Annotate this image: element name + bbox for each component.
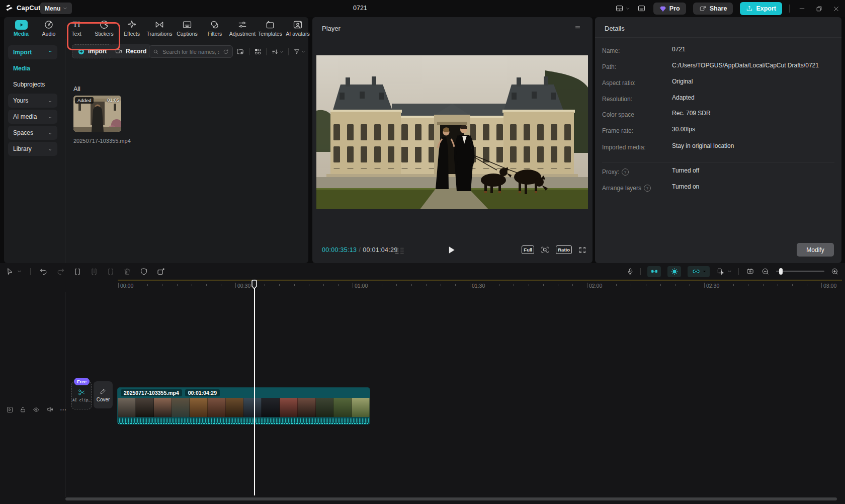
player-menu-icon[interactable] — [574, 25, 581, 31]
maximize-button[interactable] — [814, 6, 824, 12]
select-tool-icon[interactable] — [6, 268, 22, 276]
zoom-out-icon[interactable] — [762, 268, 770, 276]
split-icon[interactable] — [73, 268, 81, 276]
detail-row-path: Path: C:/Users/TOPGUS/AppData/Local/CapC… — [602, 62, 834, 72]
ratio-button[interactable]: Ratio — [556, 245, 572, 254]
lock-track-icon[interactable] — [20, 406, 26, 413]
tab-audio[interactable]: Audio — [37, 19, 61, 38]
share-button[interactable]: Share — [693, 3, 733, 15]
search-box[interactable] — [149, 45, 233, 58]
audio-tab-icon — [44, 20, 54, 30]
filmstrip-frame — [280, 398, 298, 417]
tab-label: Captions — [177, 31, 197, 37]
refresh-icon[interactable] — [223, 49, 229, 55]
tab-ai-avatars[interactable]: AI avatars — [286, 19, 310, 38]
track-more-icon[interactable]: ⋯ — [60, 406, 67, 413]
zoom-in-icon[interactable] — [831, 268, 839, 276]
export-button[interactable]: Export — [740, 2, 782, 15]
tab-media[interactable]: Media — [9, 19, 33, 38]
add-to-track-icon[interactable] — [156, 268, 165, 276]
click-select-icon[interactable] — [716, 268, 732, 275]
tab-adjustment[interactable]: Adjustment — [230, 19, 255, 38]
section-label: All — [73, 86, 80, 93]
search-input[interactable] — [161, 48, 220, 55]
mask-icon[interactable] — [140, 268, 148, 276]
layout-panels-icon[interactable] — [615, 5, 630, 13]
info-icon[interactable]: ? — [644, 185, 651, 192]
mute-track-icon[interactable] — [46, 406, 54, 413]
clip-name: 20250717-103355.mp4 — [121, 389, 182, 396]
cover-button[interactable]: Cover — [94, 381, 113, 408]
ai-clip-label: AI clip… — [72, 398, 91, 402]
sidebar-item-yours[interactable]: Yours ⌄ — [8, 94, 57, 108]
timeline-clip[interactable]: 20250717-103355.mp4 00:01:04:29 — [118, 388, 370, 424]
sidebar-item-library[interactable]: Library ⌄ — [8, 142, 57, 156]
filmstrip-frame — [136, 398, 154, 417]
sidebar-item-media[interactable]: Media — [8, 61, 57, 75]
ruler-minor-tick — [733, 284, 734, 286]
tab-transitions[interactable]: Transitions — [147, 19, 172, 38]
tab-captions[interactable]: Captions — [175, 19, 199, 38]
preview-strip-icon[interactable] — [745, 268, 755, 275]
detail-value: 0721 — [672, 46, 834, 56]
main-track-icon[interactable] — [6, 406, 14, 413]
voiceover-mic-icon[interactable] — [627, 267, 634, 276]
timeline-zoom-slider[interactable] — [776, 271, 824, 272]
ruler-minor-tick — [265, 284, 265, 286]
grid-view-icon[interactable] — [254, 48, 262, 55]
sidebar-item-import[interactable]: Import ⌃ — [8, 45, 57, 59]
sidebar-item-label: Media — [13, 65, 30, 72]
timeline-horizontal-scrollbar[interactable] — [65, 497, 837, 500]
slider-knob[interactable] — [779, 268, 783, 275]
hide-track-icon[interactable] — [32, 406, 40, 413]
preview-frame-toggle[interactable] — [667, 266, 681, 277]
ruler-minor-tick — [309, 284, 309, 286]
captions-panel-icon[interactable] — [637, 5, 646, 13]
ruler-minor-tick — [177, 284, 178, 286]
tab-effects[interactable]: Effects — [120, 19, 144, 38]
tab-templates[interactable]: Templates — [258, 19, 282, 38]
add-folder-icon[interactable] — [236, 48, 244, 55]
titlebar-divider — [789, 5, 790, 13]
added-badge: Added — [75, 97, 94, 104]
sidebar-item-subprojects[interactable]: Subprojects — [8, 77, 57, 92]
fullscreen-icon[interactable] — [578, 246, 586, 254]
delete-icon[interactable] — [123, 268, 131, 276]
auto-link-toggle[interactable] — [688, 266, 710, 277]
player-title: Player — [322, 25, 341, 32]
preview-zoom-icon[interactable] — [541, 245, 549, 254]
delete-left-icon[interactable] — [90, 268, 98, 276]
sidebar-item-ai-media[interactable]: AI media ⌄ — [8, 110, 57, 124]
minimize-button[interactable] — [797, 6, 807, 12]
ruler-minor-tick — [484, 284, 485, 286]
redo-icon[interactable] — [56, 268, 65, 276]
ruler-label: 01:00 — [355, 283, 368, 289]
ai-clip-button[interactable]: AI clip… — [71, 381, 92, 409]
media-item-thumbnail[interactable]: Added 01:05 — [73, 96, 121, 132]
magnetic-snap-toggle[interactable] — [647, 266, 661, 277]
full-button[interactable]: Full — [522, 245, 534, 254]
compare-frames-icon[interactable] — [394, 247, 405, 255]
detail-label: Imported media: — [602, 142, 672, 152]
undo-icon[interactable] — [39, 268, 48, 276]
close-button[interactable] — [831, 6, 841, 12]
sort-icon[interactable] — [271, 48, 284, 55]
ruler-minor-tick — [572, 284, 573, 286]
info-icon[interactable]: ? — [622, 169, 629, 176]
sidebar-item-spaces[interactable]: Spaces ⌄ — [8, 126, 57, 140]
delete-right-icon[interactable] — [107, 268, 115, 276]
menu-button[interactable]: Menu — [40, 3, 72, 14]
pro-button[interactable]: Pro — [653, 3, 686, 15]
timeline-ruler[interactable]: 00:0000:3001:0001:3002:0002:3003:00 — [0, 280, 845, 292]
playhead-handle[interactable] — [251, 280, 257, 291]
filter-icon[interactable] — [293, 48, 305, 55]
tab-filters[interactable]: Filters — [203, 19, 227, 38]
play-button[interactable] — [446, 244, 456, 256]
ruler-minor-tick — [147, 284, 148, 286]
detail-row-proxy: Proxy:? Turned off — [602, 167, 834, 177]
clip-duration: 00:01:04:29 — [185, 389, 220, 396]
ruler-major-tick — [704, 283, 705, 288]
playhead-line[interactable] — [254, 280, 255, 495]
modify-button[interactable]: Modify — [797, 243, 834, 257]
video-preview[interactable] — [316, 55, 588, 209]
